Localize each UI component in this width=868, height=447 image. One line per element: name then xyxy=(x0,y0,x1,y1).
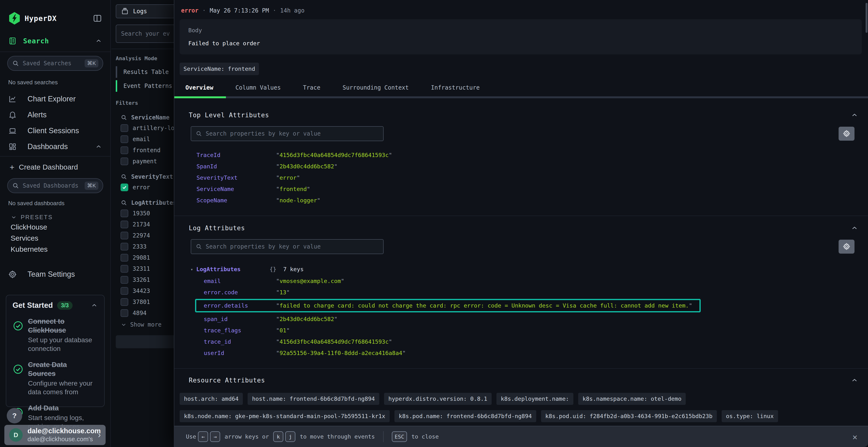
attribute-value[interactable]: 92a55156-39a4-11f0-8ddd-a2eca416a8a4 xyxy=(276,350,406,356)
top-level-search-box[interactable] xyxy=(191,126,383,141)
log-attributes-search-input[interactable] xyxy=(206,243,379,250)
checkbox[interactable] xyxy=(121,276,128,284)
resource-attribute-chip[interactable]: k8s.deployment.name: xyxy=(496,393,574,405)
collapse-section-icon[interactable] xyxy=(850,376,858,384)
gear-icon[interactable] xyxy=(839,127,855,141)
checkbox[interactable] xyxy=(121,265,128,273)
checkbox[interactable] xyxy=(121,232,128,239)
chevron-up-icon[interactable] xyxy=(91,302,98,309)
filter-option[interactable]: 19350 xyxy=(121,209,174,217)
checkbox[interactable] xyxy=(121,124,128,132)
attribute-value[interactable]: 13 xyxy=(276,289,290,296)
resource-attribute-chip[interactable]: k8s.node.name: gke-pme-k8s-standard-main… xyxy=(180,410,390,422)
saved-dashboards-input[interactable] xyxy=(23,182,85,189)
checkbox[interactable] xyxy=(121,287,128,295)
saved-searches-input[interactable] xyxy=(23,60,85,67)
gear-icon[interactable] xyxy=(839,240,855,253)
preset-kubernetes[interactable]: Kubernetes xyxy=(0,244,111,255)
attribute-key[interactable]: span_id xyxy=(204,316,276,322)
preset-clickhouse[interactable]: ClickHouse xyxy=(0,221,111,233)
tab-surrounding-context[interactable]: Surrounding Context xyxy=(343,84,409,96)
tree-root-row[interactable]: ▾ LogAttributes {} 7 keys xyxy=(174,263,868,275)
checkbox[interactable] xyxy=(121,146,128,154)
presets-toggle[interactable]: PRESETS xyxy=(0,213,111,221)
mode-results-table[interactable]: Results Table xyxy=(116,66,174,78)
checkbox[interactable] xyxy=(121,243,128,250)
filter-option[interactable]: 22974 xyxy=(121,232,174,239)
tab-overview[interactable]: Overview xyxy=(185,84,213,96)
attribute-value[interactable]: failed to charge card: could not charge … xyxy=(276,302,692,309)
checkbox[interactable] xyxy=(121,298,128,306)
attribute-key[interactable]: email xyxy=(204,278,276,284)
tab-trace[interactable]: Trace xyxy=(303,84,320,96)
sidebar-section-search[interactable]: Search xyxy=(0,35,111,47)
collapse-section-icon[interactable] xyxy=(850,224,858,232)
filter-option[interactable]: 33261 xyxy=(121,276,174,284)
filter-option[interactable]: artillery-loa xyxy=(121,124,174,132)
attribute-value[interactable]: vmoses@example.com xyxy=(276,278,344,284)
checkbox[interactable] xyxy=(121,209,128,217)
attribute-value[interactable]: error xyxy=(276,174,300,181)
attribute-value[interactable]: 2b43d0c4dd6bc582 xyxy=(276,316,338,322)
checkbox[interactable] xyxy=(121,220,128,228)
sidebar-item-chart-explorer[interactable]: Chart Explorer xyxy=(0,91,111,107)
filter-group-logattributes[interactable]: LogAttributes xyxy=(121,199,174,206)
event-search-box[interactable] xyxy=(116,25,174,43)
attribute-value[interactable]: 01 xyxy=(276,327,290,334)
attribute-value[interactable]: 4156d3fbc40a64854d9dc7f68641593c xyxy=(276,152,392,159)
highlighted-attribute-row[interactable]: error.details failed to charge card: cou… xyxy=(195,299,701,312)
create-dashboard-button[interactable]: + Create Dashboard xyxy=(0,160,111,174)
resource-attribute-chip[interactable]: hyperdx.distro.version: 0.8.1 xyxy=(384,393,492,405)
filter-option[interactable]: payment xyxy=(121,158,174,165)
tab-infrastructure[interactable]: Infrastructure xyxy=(431,84,479,96)
attribute-value[interactable]: 2b43d0c4dd6bc582 xyxy=(276,163,338,170)
resource-attribute-chip[interactable]: host.name: frontend-6b6c8d7bfd-ng894 xyxy=(248,393,379,405)
event-search-input[interactable] xyxy=(121,30,174,37)
get-started-item[interactable]: Create Data Sources Configure where your… xyxy=(12,360,98,397)
attribute-key[interactable]: SeverityText xyxy=(196,174,276,181)
resource-attribute-chip[interactable]: os.type: linux xyxy=(722,410,778,422)
close-icon[interactable]: ✕ xyxy=(852,432,858,442)
tab-column-values[interactable]: Column Values xyxy=(236,84,281,96)
attribute-value[interactable]: 4156d3fbc40a64854d9dc7f68641593c xyxy=(276,338,392,345)
filter-option[interactable]: 32311 xyxy=(121,265,174,273)
user-menu[interactable]: D dale@clickhouse.com dale@clickhouse.co… xyxy=(4,425,105,445)
servicename-tag-chip[interactable]: ServiceName: frontend xyxy=(180,63,259,75)
attribute-value[interactable]: node-logger xyxy=(276,197,320,204)
sidebar-item-alerts[interactable]: Alerts xyxy=(0,107,111,123)
checkbox[interactable] xyxy=(121,135,128,143)
filter-group-servicename[interactable]: ServiceName xyxy=(121,114,174,121)
attribute-key[interactable]: trace_id xyxy=(204,338,276,345)
filter-option[interactable]: 34423 xyxy=(121,287,174,295)
attribute-key[interactable]: error.code xyxy=(204,289,276,296)
sidebar-collapse-icon[interactable] xyxy=(93,13,102,23)
filter-option[interactable]: frontend xyxy=(121,146,174,154)
sidebar-item-client-sessions[interactable]: Client Sessions xyxy=(0,123,111,139)
mode-event-patterns[interactable]: Event Patterns xyxy=(116,80,174,92)
preset-services[interactable]: Services xyxy=(0,233,111,244)
tree-root-key[interactable]: LogAttributes xyxy=(196,266,241,273)
filter-option[interactable]: email xyxy=(121,135,174,143)
checkbox[interactable] xyxy=(121,254,128,262)
filter-option[interactable]: 29081 xyxy=(121,254,174,262)
resource-attribute-chip[interactable]: k8s.namespace.name: otel-demo xyxy=(578,393,686,405)
top-level-search-input[interactable] xyxy=(206,130,379,137)
saved-dashboards-search[interactable]: ⌘K xyxy=(7,178,103,193)
resource-attribute-chip[interactable]: k8s.pod.name: frontend-6b6c8d7bfd-ng894 xyxy=(395,410,536,422)
sidebar-item-team-settings[interactable]: Team Settings xyxy=(0,266,111,282)
checkbox[interactable] xyxy=(121,158,128,165)
filter-option[interactable]: error xyxy=(121,183,174,191)
source-select[interactable]: Logs xyxy=(116,4,174,18)
attribute-key[interactable]: ScopeName xyxy=(196,197,276,204)
filter-option[interactable]: 21734 xyxy=(121,220,174,228)
attribute-value[interactable]: frontend xyxy=(276,186,310,193)
attribute-key[interactable]: error.details xyxy=(204,302,276,309)
collapse-section-icon[interactable] xyxy=(850,111,858,119)
sidebar-item-dashboards[interactable]: Dashboards xyxy=(0,139,111,154)
show-more-toggle[interactable]: Show more xyxy=(121,321,174,328)
attribute-key[interactable]: trace_flags xyxy=(204,327,276,334)
log-attributes-search-box[interactable] xyxy=(191,239,383,254)
checkbox[interactable] xyxy=(121,309,128,317)
attribute-key[interactable]: userId xyxy=(204,350,276,356)
resource-attribute-chip[interactable]: k8s.pod.uid: f284fb2d-a0b3-4634-991b-e2c… xyxy=(541,410,717,422)
